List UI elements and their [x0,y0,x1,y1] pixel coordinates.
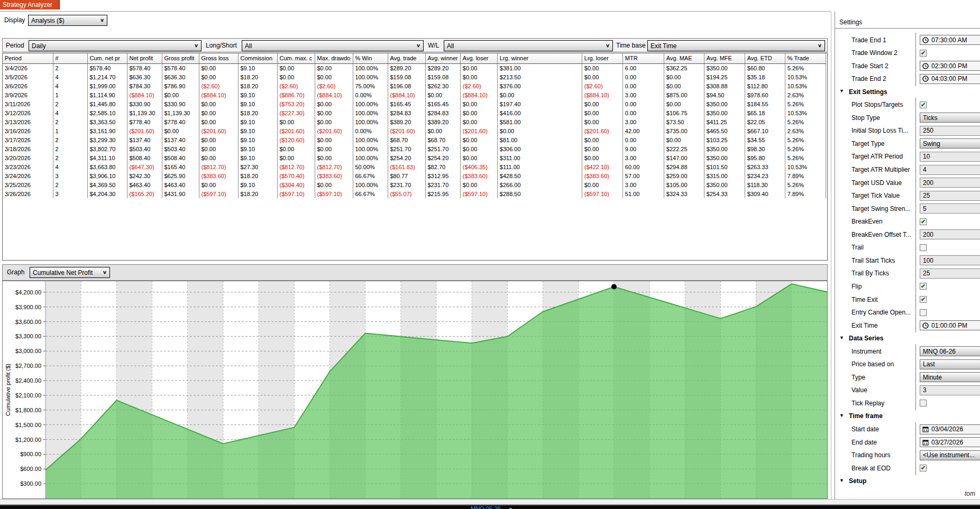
input-field[interactable]: 25 [920,191,980,201]
strategy-analyzer-tab[interactable]: Strategy Analyzer [0,0,60,10]
combo-field[interactable]: <Use instrument... [920,450,980,460]
combo-field[interactable]: Swing [920,138,980,149]
column-header-net-profit[interactable]: Net profit [127,53,162,63]
cell: $105.00 [664,180,704,189]
column-header--win[interactable]: % Win [353,53,388,63]
checkbox[interactable]: ✔ [920,283,927,290]
column-header-avg-loser[interactable]: Avg. loser [460,53,497,63]
cell: 3.00 [622,90,664,99]
column-header-gross-profit[interactable]: Gross profit [162,53,199,63]
column-header-commission[interactable]: Commission [238,53,277,63]
cell: $0.00 [460,108,497,117]
column-header-max-drawdo[interactable]: Max. drawdo [315,53,353,63]
column-header-avg-winner[interactable]: Avg. winner [425,53,460,63]
cell: $0.00 [162,90,199,99]
column-header-avg-mfe[interactable]: Avg. MFE [704,53,745,63]
longshort-label: Long/Short [206,40,237,51]
table-row[interactable]: 3/17/20262$3,299.30$137.40$137.40$0.00$9… [3,135,826,144]
settings-section-exit-settings[interactable]: ▼Exit Settings [835,85,980,98]
checkbox[interactable] [920,244,927,251]
checkbox[interactable]: ✔ [920,50,927,57]
cell: $18.20 [238,189,277,198]
input-field[interactable]: 3 [920,385,980,395]
checkbox[interactable]: ✔ [920,465,927,471]
timebase-select[interactable]: Exit Time ∨ [647,40,825,51]
date-field[interactable]: 03/04/2026 [920,424,980,434]
table-row[interactable]: 3/9/20261$1,114.90($884.10)$0.00($884.10… [3,90,826,99]
table-row[interactable]: 3/16/20261$3,161.90($201.60)$0.00($201.6… [3,126,826,135]
column-header-period[interactable]: Period [3,53,53,63]
longshort-select[interactable]: All ∨ [242,40,424,51]
wl-select[interactable]: All ∨ [444,40,613,51]
checkbox[interactable]: ✔ [920,101,927,108]
time-field[interactable]: 07:30:00 AM [920,35,980,45]
column-header-cum-net-pr[interactable]: Cum. net pr [87,53,127,63]
table-row[interactable]: 3/5/20264$1,214.70$636.30$636.30$0.00$18… [3,72,826,81]
input-field[interactable]: 250 [920,126,980,136]
cell: $242.30 [127,171,162,180]
table-row[interactable]: 3/6/20264$1,999.00$784.30$786.90($2.60)$… [3,81,826,90]
combo-field[interactable]: MNQ 06-26 [920,346,980,356]
cell: 5.26% [785,180,826,189]
column-header--[interactable]: # [53,53,87,63]
table-row[interactable]: 3/20/20262$4,311.10$508.40$508.40$0.00$9… [3,153,826,162]
column-header-lrg-loser[interactable]: Lrg. loser [582,53,622,63]
input-field[interactable]: 4 [920,165,980,175]
cell: $411.25 [704,117,745,126]
column-header-lrg-winner[interactable]: Lrg. winner [497,53,582,63]
table-row[interactable]: 3/4/20262$578.40$578.40$578.40$0.00$9.10… [3,63,826,72]
settings-label: Trade Start 2 [851,62,915,70]
table-row[interactable]: 3/13/20262$3,363.50$778.40$778.40$0.00$9… [3,117,826,126]
column-header-avg-trade[interactable]: Avg. trade [388,53,425,63]
time-field[interactable]: 04:03:00 PM [920,74,980,84]
column-header-cum-max-c[interactable]: Cum. max. c [277,53,315,63]
checkbox[interactable]: ✔ [920,218,927,225]
combo-field[interactable]: Ticks [920,113,980,123]
instrument-tab[interactable]: MNQ 06-26 [471,505,501,509]
settings-section-setup[interactable]: ▼Setup [835,475,980,488]
time-field[interactable]: 01:00:00 PM [920,320,980,330]
cell: $165.45 [425,99,460,108]
checkbox[interactable] [920,400,927,406]
cell: $165.40 [162,162,199,171]
combo-field[interactable]: Last [920,359,980,369]
timebase-label: Time base [616,40,646,51]
input-field[interactable]: 25 [920,269,980,279]
field-divider [915,318,916,332]
date-field[interactable]: 03/27/2026 [920,437,980,447]
settings-section-label: Exit Settings [849,88,913,96]
column-header-avg-etd[interactable]: Avg. ETD [745,53,785,63]
cell: ($597.10) [199,189,238,198]
time-field[interactable]: 02:30:00 PM [920,61,980,71]
graph-type-select[interactable]: Cumulative Net Profit ∨ [30,267,110,278]
cell: ($383.60) [460,171,497,180]
table-row[interactable]: 3/23/20264$3,663.80($647.30)$165.40($812… [3,162,826,171]
table-row[interactable]: 3/12/20264$2,585.10$1,139.30$1,139.30$0.… [3,108,826,117]
checkbox[interactable]: ✔ [920,296,927,303]
input-field[interactable]: 100 [920,255,980,265]
input-field[interactable]: 5 [920,203,980,214]
settings-label: Tick Replay [851,400,915,407]
settings-section-time-frame[interactable]: ▼Time frame [835,410,980,423]
column-header--trade[interactable]: % Trade [785,53,826,63]
table-row[interactable]: 3/18/20262$3,802.70$503.40$503.40$0.00$9… [3,144,826,153]
combo-field[interactable]: Minute [920,372,980,382]
table-row[interactable]: 3/24/20263$3,906.10$242.30$625.90($383.6… [3,171,826,180]
input-field[interactable]: 200 [920,229,980,239]
display-select[interactable]: Analysis ($) ∨ [28,15,107,26]
cell: ($201.60) [460,126,497,135]
input-field[interactable]: 200 [920,178,980,188]
settings-section-data-series[interactable]: ▼Data Series [835,332,980,345]
column-header-avg-mae[interactable]: Avg. MAE [664,53,704,63]
table-row[interactable]: 3/11/20262$1,445.80$330.90$330.90$0.00$9… [3,99,826,108]
period-select[interactable]: Daily ∨ [29,40,202,51]
checkbox[interactable] [920,309,927,316]
cell: $0.00 [315,99,353,108]
table-row[interactable]: 3/26/20263$4,204.30($165.20)$431.90($597… [3,189,826,198]
new-tab-button[interactable]: + [509,505,512,509]
column-header-gross-loss[interactable]: Gross loss [199,53,238,63]
table-row[interactable]: 3/25/20262$4,369.50$463.40$463.40$0.00$9… [3,180,826,189]
input-field[interactable]: 10 [920,152,980,162]
column-header-mtr[interactable]: MTR [622,53,664,63]
cell: $978.60 [745,90,785,99]
